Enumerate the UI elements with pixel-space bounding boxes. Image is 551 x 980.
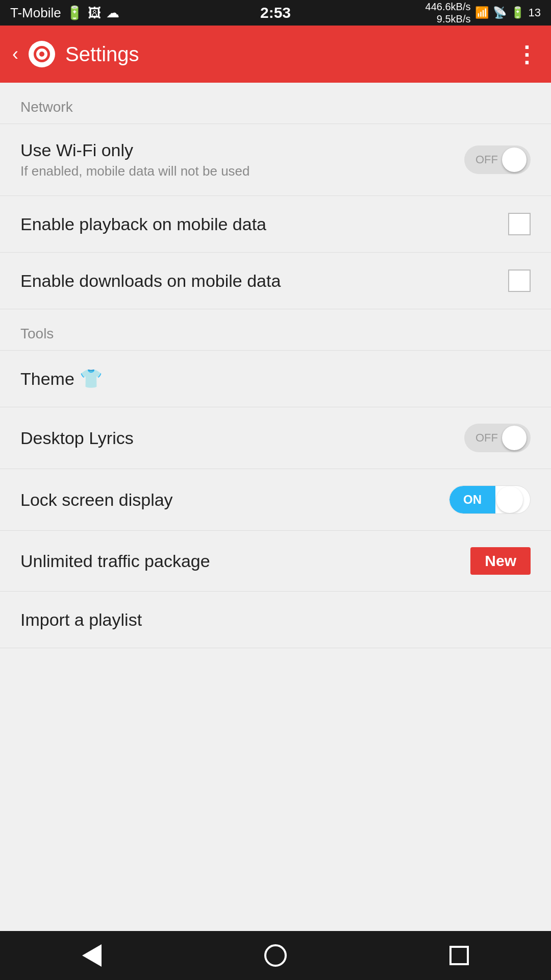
back-nav-icon — [82, 944, 102, 967]
nav-back-button[interactable] — [71, 935, 112, 976]
lock-screen-item[interactable]: Lock screen display ON — [0, 469, 551, 530]
downloads-mobile-item[interactable]: Enable downloads on mobile data — [0, 253, 551, 309]
home-nav-icon — [264, 944, 287, 967]
back-button[interactable]: ‹ — [12, 43, 18, 65]
wifi-only-sublabel: If enabled, mobile data will not be used — [20, 163, 464, 179]
downloads-mobile-checkbox[interactable] — [508, 270, 531, 292]
theme-item[interactable]: Theme👕 — [0, 351, 551, 407]
music-icon: ☁ — [106, 5, 119, 21]
shirt-emoji-icon: 👕 — [80, 368, 103, 389]
app-logo-icon — [29, 41, 55, 67]
battery-level: 13 — [529, 6, 541, 19]
bottom-navigation — [0, 931, 551, 980]
battery-icon: 🔋 — [511, 6, 524, 19]
toggle-off-label: OFF — [475, 153, 498, 166]
lock-screen-label: Lock screen display — [20, 490, 449, 510]
carrier-label: T-Mobile — [10, 5, 61, 21]
wifi-only-item[interactable]: Use Wi-Fi only If enabled, mobile data w… — [0, 124, 551, 195]
network-speed: 446.6kB/s 9.5kB/s — [425, 1, 471, 25]
toggle-thumb-2 — [502, 426, 527, 450]
new-badge: New — [470, 547, 531, 575]
wifi-only-label: Use Wi-Fi only — [20, 140, 464, 160]
battery-indicator-icon: 🔋 — [66, 5, 83, 21]
tools-section-header: Tools — [0, 309, 551, 350]
toggle-off-label-2: OFF — [475, 431, 498, 445]
image-icon: 🖼 — [88, 5, 101, 21]
recents-nav-icon — [449, 946, 469, 965]
app-bar: ‹ Settings ⋮ — [0, 26, 551, 83]
import-playlist-label: Import a playlist — [20, 610, 531, 630]
playback-mobile-checkbox[interactable] — [508, 213, 531, 235]
import-playlist-item[interactable]: Import a playlist — [0, 592, 551, 648]
network-section-header: Network — [0, 83, 551, 124]
desktop-lyrics-toggle[interactable]: OFF — [464, 424, 531, 452]
unlimited-traffic-label: Unlimited traffic package — [20, 551, 470, 571]
nav-home-button[interactable] — [255, 935, 296, 976]
playback-mobile-label: Enable playback on mobile data — [20, 214, 508, 234]
nav-recents-button[interactable] — [439, 935, 480, 976]
divider — [0, 648, 551, 648]
playback-mobile-item[interactable]: Enable playback on mobile data — [0, 196, 551, 252]
signal-icon: 📶 — [475, 6, 489, 19]
unlimited-traffic-item[interactable]: Unlimited traffic package New — [0, 531, 551, 591]
clock-display: 2:53 — [260, 4, 291, 21]
status-bar: T-Mobile 🔋 🖼 ☁ 2:53 446.6kB/s 9.5kB/s 📶 … — [0, 0, 551, 26]
toggle-on-thumb — [496, 486, 523, 513]
toggle-thumb — [502, 148, 527, 172]
wifi-only-toggle[interactable]: OFF — [464, 145, 531, 174]
toggle-on-label: ON — [463, 493, 482, 507]
desktop-lyrics-label: Desktop Lyrics — [20, 428, 464, 448]
page-title: Settings — [65, 43, 139, 66]
lock-screen-toggle[interactable]: ON — [449, 485, 531, 514]
wifi-icon: 📡 — [493, 6, 507, 19]
desktop-lyrics-item[interactable]: Desktop Lyrics OFF — [0, 407, 551, 469]
settings-content: Network Use Wi-Fi only If enabled, mobil… — [0, 83, 551, 931]
downloads-mobile-label: Enable downloads on mobile data — [20, 271, 508, 291]
theme-label: Theme👕 — [20, 368, 531, 389]
overflow-menu-button[interactable]: ⋮ — [515, 41, 539, 67]
